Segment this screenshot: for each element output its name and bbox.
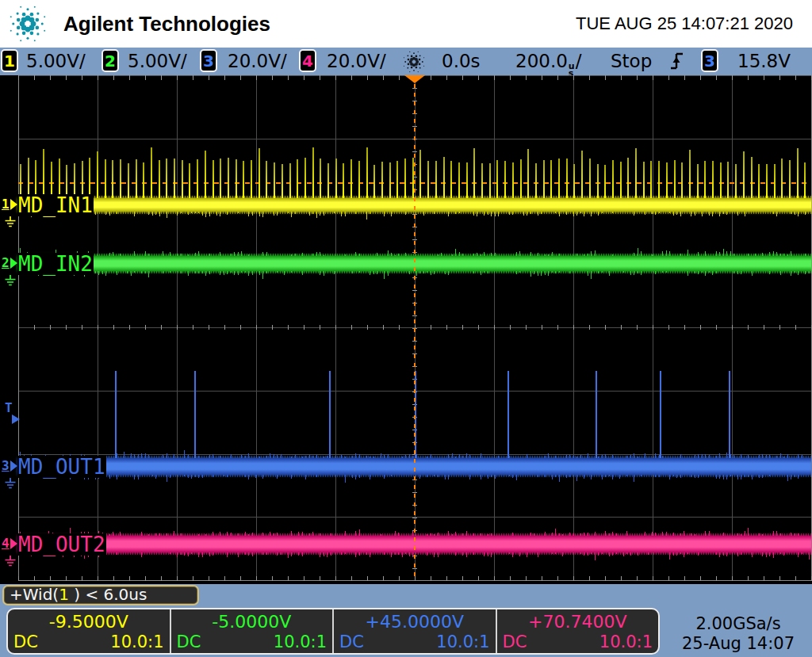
noise-ch2 (227, 271, 228, 274)
pulse-ch1 (520, 159, 522, 198)
noise-ch4 (605, 531, 606, 536)
noise-ch2 (370, 271, 370, 275)
dvm-value: -5.0000V (171, 612, 333, 632)
noise-ch4 (327, 552, 327, 557)
noise-ch2 (733, 271, 734, 273)
noise-ch1 (498, 212, 499, 216)
noise-ch4 (252, 552, 253, 556)
pulse-ch1 (89, 158, 90, 198)
noise-ch2 (748, 254, 749, 256)
pulse-ch1 (389, 162, 391, 198)
noise-ch4 (638, 552, 638, 556)
noise-ch2 (773, 251, 774, 256)
noise-ch2 (409, 271, 410, 274)
horizontal-delay-readout[interactable]: 0.0s (442, 51, 481, 71)
pulse-ch1 (650, 161, 652, 198)
trigger-source-badge[interactable]: 3 (701, 49, 718, 72)
noise-ch4 (555, 552, 556, 554)
channel-marker-1[interactable]: 1 (2, 198, 17, 211)
noise-ch2 (780, 271, 781, 275)
noise-ch2 (377, 271, 377, 274)
noise-ch1 (566, 212, 567, 215)
timebase-readout[interactable]: 200.0us/ (515, 51, 581, 75)
noise-ch2 (705, 271, 706, 276)
noise-ch3 (769, 475, 770, 476)
pulse-ch1 (112, 160, 113, 198)
noise-ch3 (655, 475, 656, 477)
channel-marker-4[interactable]: 4 (2, 537, 17, 550)
noise-ch2 (662, 251, 663, 256)
noise-ch3 (309, 455, 310, 458)
channel-1-badge[interactable]: 1 (1, 49, 18, 72)
pulse-ch3 (194, 371, 196, 458)
noise-ch2 (359, 254, 360, 256)
noise-ch2 (195, 271, 196, 273)
noise-ch1 (795, 212, 795, 215)
trigger-level-readout[interactable]: 15.8V (737, 51, 791, 71)
noise-ch2 (448, 271, 449, 275)
noise-ch4 (580, 552, 581, 554)
noise-ch1 (773, 212, 774, 214)
noise-ch1 (259, 212, 260, 216)
pulse-ch1 (804, 162, 806, 198)
noise-ch1 (776, 212, 777, 216)
channel-label-MD_IN2: MD_IN2 (17, 253, 94, 275)
noise-ch2 (695, 271, 695, 273)
noise-ch2 (805, 254, 806, 256)
channel-4-scale-readout[interactable]: 20.0V/ (327, 51, 386, 71)
noise-ch2 (641, 251, 642, 256)
channel-marker-3[interactable]: 3 (2, 460, 17, 472)
run-state-indicator[interactable]: Stop (611, 51, 652, 71)
noise-ch2 (452, 254, 453, 256)
noise-ch4 (680, 533, 681, 536)
channel-marker-2[interactable]: 2 (2, 257, 17, 269)
noise-ch3 (609, 475, 610, 476)
noise-ch3 (726, 475, 727, 479)
channel-3-badge[interactable]: 3 (200, 49, 217, 72)
noise-ch2 (638, 271, 638, 273)
noise-ch4 (795, 533, 795, 536)
noise-ch3 (202, 475, 203, 478)
channel-1-scale-readout[interactable]: 5.00V/ (26, 51, 86, 71)
noise-ch1 (117, 212, 117, 214)
channel-2-badge[interactable]: 2 (102, 49, 119, 72)
noise-ch4 (109, 534, 110, 536)
noise-ch4 (455, 532, 456, 537)
noise-ch4 (527, 552, 527, 557)
noise-ch4 (155, 533, 156, 536)
noise-ch2 (530, 271, 531, 277)
pulse-ch1 (236, 159, 237, 199)
pulse-ch1 (558, 159, 560, 198)
noise-ch1 (277, 212, 278, 216)
channel-2-scale-readout[interactable]: 5.00V/ (128, 51, 187, 71)
noise-ch2 (295, 254, 296, 256)
pulse-ch1 (496, 160, 498, 198)
trigger-qualifier-readout[interactable]: +Wid(1 ) < 6.0us (2, 585, 199, 605)
noise-ch4 (148, 534, 149, 536)
noise-ch3 (559, 475, 560, 482)
noise-ch1 (312, 212, 313, 214)
noise-ch4 (452, 534, 453, 536)
noise-ch1 (745, 212, 745, 216)
noise-ch4 (623, 552, 624, 556)
noise-ch4 (616, 533, 617, 537)
noise-ch2 (530, 252, 531, 256)
noise-ch1 (737, 212, 738, 216)
noise-ch3 (370, 475, 370, 479)
noise-ch2 (548, 254, 549, 256)
noise-ch1 (181, 212, 182, 213)
trigger-position-marker[interactable] (404, 75, 425, 83)
noise-ch2 (234, 271, 235, 275)
noise-ch1 (316, 212, 317, 218)
noise-ch2 (438, 254, 439, 256)
noise-ch1 (719, 212, 720, 216)
channel-3-scale-readout[interactable]: 20.0V/ (228, 51, 287, 71)
noise-ch1 (341, 212, 342, 216)
pulse-ch1 (473, 148, 475, 198)
noise-ch3 (538, 475, 538, 477)
trigger-level-marker[interactable]: T (5, 402, 20, 424)
noise-ch2 (752, 271, 753, 276)
pulse-ch3 (115, 371, 117, 458)
noise-ch2 (262, 271, 263, 279)
channel-4-badge[interactable]: 4 (299, 49, 316, 72)
